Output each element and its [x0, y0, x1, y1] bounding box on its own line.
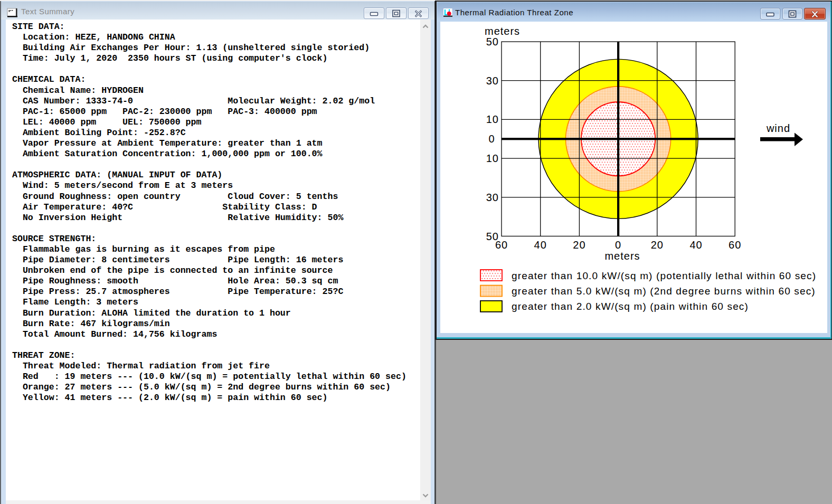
svg-text:wind: wind — [766, 122, 790, 134]
svg-text:50: 50 — [486, 36, 499, 47]
svg-text:greater than 2.0 kW/(sq m) (pa: greater than 2.0 kW/(sq m) (pain within … — [512, 301, 749, 312]
svg-text:60: 60 — [729, 239, 741, 251]
svg-text:20: 20 — [573, 239, 585, 251]
svg-text:10: 10 — [486, 113, 499, 125]
svg-text:60: 60 — [495, 239, 508, 251]
svg-text:30: 30 — [486, 192, 499, 203]
svg-text:10: 10 — [486, 153, 499, 164]
svg-text:20: 20 — [651, 239, 664, 251]
svg-text:greater than 5.0 kW/(sq m) (2n: greater than 5.0 kW/(sq m) (2nd degree b… — [512, 286, 816, 297]
svg-text:30: 30 — [486, 75, 499, 87]
svg-text:40: 40 — [689, 239, 702, 251]
svg-text:greater than 10.0 kW/(sq m) (p: greater than 10.0 kW/(sq m) (potentially… — [512, 270, 816, 281]
svg-text:40: 40 — [534, 239, 547, 251]
svg-text:0: 0 — [488, 133, 495, 145]
svg-text:0: 0 — [615, 239, 621, 251]
svg-text:meters: meters — [604, 250, 640, 262]
svg-text:meters: meters — [485, 25, 520, 37]
